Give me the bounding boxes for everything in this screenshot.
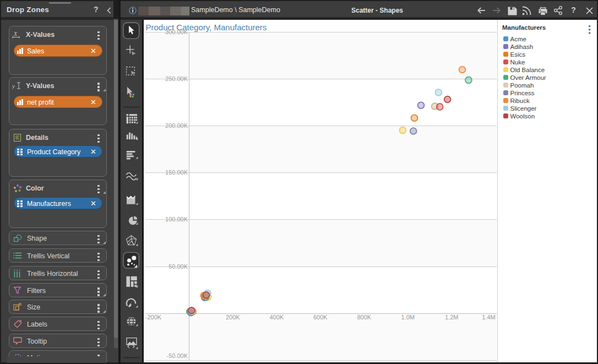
svg-text:1.4M: 1.4M [482, 314, 495, 320]
svg-text:200.00K: 200.00K [165, 122, 188, 129]
svg-text:400K: 400K [269, 314, 284, 320]
svg-text:-200K: -200K [145, 314, 162, 320]
svg-text:600K: 600K [313, 314, 328, 320]
svg-text:200K: 200K [226, 314, 240, 320]
svg-text:300.00K: 300.00K [165, 29, 188, 35]
svg-text:-50.00K: -50.00K [166, 352, 188, 359]
svg-text:250.00K: 250.00K [165, 75, 188, 82]
svg-text:1.0M: 1.0M [401, 314, 415, 320]
svg-text:50.00K: 50.00K [168, 263, 188, 270]
svg-text:X: X [13, 31, 18, 37]
svg-text:150.00K: 150.00K [165, 169, 188, 176]
svg-text:800K: 800K [357, 314, 371, 320]
svg-text:y: y [12, 83, 15, 89]
svg-text:100.00K: 100.00K [165, 216, 188, 222]
svg-text:1.2M: 1.2M [445, 314, 458, 320]
